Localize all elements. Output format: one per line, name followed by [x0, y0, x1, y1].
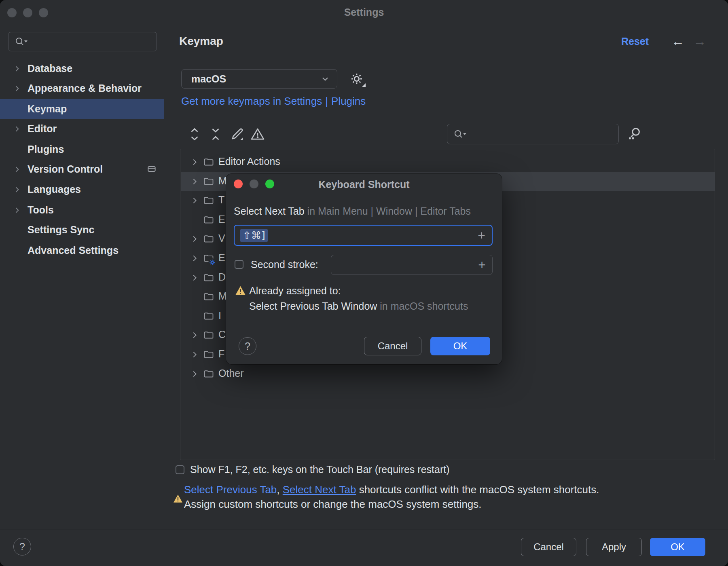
- warning-icon: [173, 494, 183, 503]
- keymap-scheme-select[interactable]: macOS: [181, 69, 337, 89]
- conflict-message-line1: Select Previous Tab, Select Next Tab sho…: [184, 484, 599, 496]
- conflict-detail: Select Previous Tab Window in macOS shor…: [249, 300, 468, 312]
- action-name: Select Next Tab: [234, 205, 305, 217]
- folder-icon: [203, 291, 214, 302]
- sidebar-item-version-control[interactable]: Version Control: [0, 159, 164, 179]
- chevron-right-icon: [13, 65, 21, 73]
- select-next-tab-link[interactable]: Select Next Tab: [283, 484, 356, 496]
- sidebar-item-settings-sync[interactable]: Settings Sync: [0, 220, 164, 240]
- chevron-right-icon: [190, 331, 199, 340]
- second-stroke-checkbox[interactable]: [235, 260, 243, 269]
- touchbar-checkbox[interactable]: [176, 465, 184, 474]
- apply-button[interactable]: Apply: [586, 538, 642, 556]
- plugins-link[interactable]: Plugins: [331, 95, 366, 107]
- conflict-context: in macOS shortcuts: [380, 300, 468, 312]
- ok-button[interactable]: OK: [650, 538, 705, 556]
- folder-icon: [203, 156, 214, 168]
- gear-badge-icon: [208, 258, 216, 266]
- edit-pencil-icon[interactable]: [229, 126, 245, 142]
- reset-link[interactable]: Reset: [621, 36, 649, 47]
- search-icon: [14, 36, 29, 48]
- dialog-help-button[interactable]: ?: [239, 337, 256, 355]
- touchbar-label: Show F1, F2, etc. keys on the Touch Bar …: [190, 464, 449, 475]
- first-stroke-input[interactable]: ⇧⌘] +: [234, 225, 493, 246]
- sidebar-item-editor[interactable]: Editor: [0, 119, 164, 139]
- second-stroke-input[interactable]: +: [331, 255, 493, 275]
- get-more-keymaps-link[interactable]: Get more keymaps in Settings: [181, 95, 322, 107]
- chevron-right-icon: [13, 125, 21, 133]
- find-actions-by-shortcut-icon[interactable]: [626, 126, 642, 142]
- folder-icon: [203, 368, 214, 380]
- chevron-right-icon: [13, 84, 21, 93]
- add-shortcut-icon[interactable]: +: [478, 229, 485, 242]
- expand-all-icon[interactable]: [186, 126, 203, 142]
- sidebar-search-input[interactable]: [8, 32, 157, 51]
- shortcut-value: ⇧⌘]: [240, 229, 268, 242]
- forward-arrow-icon[interactable]: →: [693, 34, 706, 49]
- dialog-ok-button[interactable]: OK: [430, 337, 490, 355]
- back-arrow-icon[interactable]: ←: [671, 34, 684, 49]
- dialog-cancel-button[interactable]: Cancel: [364, 337, 421, 355]
- chevron-right-icon: [190, 196, 199, 205]
- chevron-right-icon: [190, 158, 199, 167]
- bottom-separator: [0, 530, 728, 530]
- touchbar-option-row: Show F1, F2, etc. keys on the Touch Bar …: [176, 464, 449, 475]
- tree-row-editor-actions[interactable]: Editor Actions: [181, 152, 715, 172]
- chevron-right-icon: [190, 273, 199, 282]
- sidebar-item-appearance-behavior[interactable]: Appearance & Behavior: [0, 78, 164, 98]
- folder-icon: [203, 329, 214, 341]
- sidebar-divider: [164, 22, 164, 530]
- chevron-right-icon: [190, 234, 199, 243]
- warning-icon: [235, 285, 246, 296]
- collapse-all-icon[interactable]: [207, 126, 224, 142]
- folder-icon: [203, 195, 214, 206]
- folder-icon: [203, 272, 214, 283]
- show-conflicts-warning-icon[interactable]: [250, 126, 266, 142]
- cancel-button[interactable]: Cancel: [521, 538, 576, 556]
- chevron-right-icon: [190, 370, 199, 378]
- folder-icon: [203, 310, 214, 322]
- shelf-icon: [146, 164, 157, 174]
- sidebar-item-tools[interactable]: Tools: [0, 200, 164, 220]
- chevron-right-icon: [190, 350, 199, 359]
- chevron-right-icon: [13, 165, 21, 173]
- already-assigned-label: Already assigned to:: [249, 285, 341, 297]
- action-context: in Main Menu | Window | Editor Tabs: [307, 205, 471, 217]
- dialog-title: Keyboard Shortcut: [226, 179, 502, 190]
- folder-icon: [203, 233, 214, 245]
- select-previous-tab-link[interactable]: Select Previous Tab: [184, 484, 277, 496]
- sidebar-item-plugins[interactable]: Plugins: [0, 139, 164, 159]
- sidebar-item-keymap[interactable]: Keymap: [0, 99, 164, 119]
- page-title: Keymap: [179, 35, 223, 48]
- search-icon: [453, 128, 468, 140]
- chevron-right-icon: [13, 186, 21, 194]
- chevron-right-icon: [13, 206, 21, 214]
- sidebar-item-advanced-settings[interactable]: Advanced Settings: [0, 241, 164, 260]
- dropdown-caret: [362, 83, 366, 87]
- tree-row-other[interactable]: Other: [181, 364, 715, 384]
- chevron-right-icon: [190, 177, 199, 186]
- get-more-keymaps-links: Get more keymaps in Settings|Plugins: [181, 95, 366, 108]
- conflict-message-line2: Assign custom shortcuts or change the ma…: [184, 498, 482, 511]
- gear-icon[interactable]: [349, 71, 365, 87]
- second-stroke-label: Second stroke:: [251, 259, 318, 270]
- action-line: Select Next Tab in Main Menu | Window | …: [234, 205, 471, 217]
- sidebar-item-languages[interactable]: Languages: [0, 180, 164, 199]
- chevron-down-icon: [320, 74, 330, 84]
- folder-icon: [203, 349, 214, 360]
- add-second-stroke-icon[interactable]: +: [478, 258, 486, 271]
- window-title: Settings: [0, 6, 728, 18]
- settings-window: Settings Database Appearance & Behavior …: [0, 0, 728, 566]
- keyboard-shortcut-dialog: Keyboard Shortcut Select Next Tab in Mai…: [226, 174, 502, 364]
- folder-icon: [203, 214, 214, 226]
- help-button[interactable]: ?: [13, 538, 31, 555]
- sidebar-item-database[interactable]: Database: [0, 59, 164, 78]
- shortcut-search-input[interactable]: [447, 124, 619, 144]
- chevron-right-icon: [190, 254, 199, 263]
- folder-icon: [203, 176, 214, 187]
- conflict-action: Select Previous Tab Window: [249, 300, 377, 312]
